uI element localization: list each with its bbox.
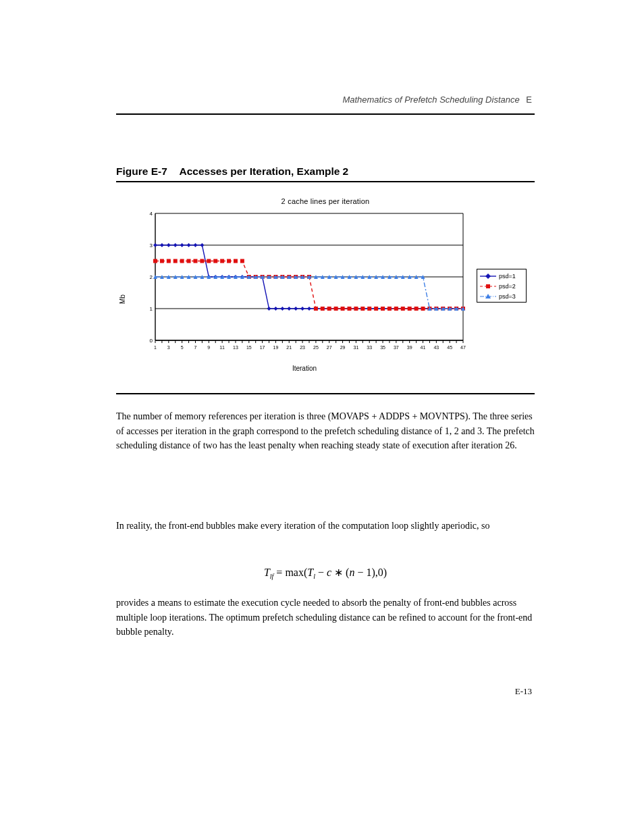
svg-rect-90	[193, 259, 197, 263]
svg-rect-91	[200, 259, 204, 263]
svg-rect-88	[180, 259, 184, 263]
svg-text:7: 7	[194, 345, 197, 350]
svg-text:35: 35	[380, 345, 385, 350]
svg-rect-96	[234, 259, 238, 263]
svg-rect-123	[414, 307, 419, 311]
figure-title-text: Accesses per Iteration, Example 2	[180, 165, 349, 177]
legend-label: psd=1	[499, 273, 516, 280]
svg-rect-94	[220, 259, 224, 263]
svg-rect-118	[381, 307, 385, 311]
figure-top-rule	[116, 181, 535, 182]
svg-rect-108	[314, 307, 318, 311]
svg-rect-112	[341, 307, 345, 311]
legend-swatch-psd1	[480, 273, 496, 280]
svg-rect-85	[160, 259, 164, 263]
header-number: E	[526, 95, 532, 105]
svg-rect-120	[394, 307, 398, 311]
svg-text:3: 3	[150, 242, 153, 249]
svg-text:41: 41	[421, 345, 426, 350]
svg-rect-121	[401, 307, 405, 311]
svg-text:2: 2	[150, 274, 153, 280]
svg-text:19: 19	[273, 345, 279, 350]
figure-bottom-rule	[116, 393, 535, 394]
svg-text:37: 37	[394, 345, 399, 350]
svg-rect-111	[334, 307, 338, 311]
svg-rect-109	[321, 307, 325, 311]
chart-legend: psd=1 psd=2 psd=3	[477, 269, 527, 303]
svg-text:23: 23	[300, 345, 305, 350]
svg-rect-115	[360, 307, 365, 311]
legend-item: psd=3	[480, 291, 523, 301]
legend-label: psd=3	[499, 293, 516, 300]
svg-rect-97	[240, 259, 244, 263]
svg-text:17: 17	[260, 345, 265, 350]
svg-text:5: 5	[181, 345, 184, 350]
svg-text:11: 11	[219, 345, 225, 350]
svg-text:0: 0	[150, 338, 153, 344]
chart-x-axis-label: Iteration	[116, 365, 493, 372]
legend-swatch-psd3	[480, 293, 496, 300]
svg-rect-95	[227, 259, 231, 263]
svg-rect-113	[347, 307, 351, 311]
page-header: Mathematics of Prefetch Scheduling Dista…	[342, 95, 532, 105]
svg-rect-116	[367, 307, 371, 311]
svg-text:27: 27	[327, 345, 332, 350]
svg-rect-86	[167, 259, 171, 263]
svg-text:1: 1	[150, 306, 153, 312]
figure-caption: Figure E-7 Accesses per Iteration, Examp…	[116, 165, 348, 178]
svg-text:9: 9	[207, 345, 210, 350]
svg-text:43: 43	[433, 345, 439, 350]
header-rule	[116, 113, 535, 115]
svg-rect-117	[374, 307, 378, 311]
svg-text:47: 47	[460, 345, 466, 350]
svg-text:4: 4	[150, 211, 153, 217]
header-label: Mathematics of Prefetch Scheduling Dista…	[342, 95, 519, 105]
svg-rect-93	[213, 259, 217, 263]
legend-item: psd=1	[480, 271, 523, 281]
svg-rect-92	[207, 259, 211, 263]
svg-text:3: 3	[167, 345, 170, 350]
paragraph: The number of memory references per iter…	[116, 409, 535, 453]
equation: Tlf = max(Tl − c ∗ (n − 1),0)	[116, 566, 535, 580]
svg-text:33: 33	[367, 345, 372, 350]
svg-rect-122	[408, 307, 412, 311]
chart-title: 2 cache lines per iteration	[116, 197, 535, 205]
paragraph: In reality, the front-end bubbles make e…	[116, 519, 535, 533]
svg-text:45: 45	[447, 345, 452, 350]
svg-text:21: 21	[286, 345, 292, 350]
svg-rect-124	[421, 307, 425, 311]
legend-swatch-psd2	[480, 283, 496, 290]
svg-text:15: 15	[246, 345, 252, 350]
svg-text:13: 13	[233, 345, 238, 350]
svg-text:39: 39	[407, 345, 412, 350]
chart-plot: 0123413579111315171921232527293133353739…	[143, 211, 466, 357]
svg-rect-119	[387, 307, 392, 311]
chart-container: 2 cache lines per iteration Mb 012341357…	[116, 196, 535, 385]
legend-item: psd=2	[480, 281, 523, 291]
figure-label: Figure E-7	[116, 165, 167, 177]
svg-rect-110	[327, 307, 331, 311]
chart-y-axis-label: Mb	[119, 257, 127, 304]
svg-rect-114	[354, 307, 358, 311]
svg-rect-84	[153, 259, 157, 263]
svg-text:31: 31	[353, 345, 358, 350]
svg-text:1: 1	[154, 345, 157, 350]
svg-rect-89	[187, 259, 191, 263]
svg-rect-133	[486, 284, 490, 288]
svg-text:29: 29	[340, 345, 346, 350]
svg-text:25: 25	[313, 345, 319, 350]
paragraph: provides a means to estimate the executi…	[116, 596, 535, 640]
svg-rect-87	[173, 259, 178, 263]
legend-label: psd=2	[499, 283, 516, 290]
page-number: E-13	[515, 686, 532, 697]
